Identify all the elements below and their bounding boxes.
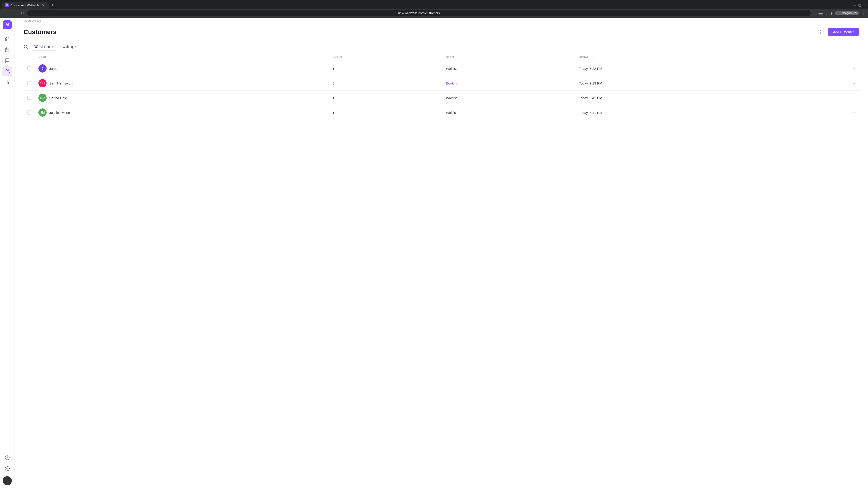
state-cell: Waitlist (442, 61, 575, 76)
avatar: SD (38, 94, 46, 102)
table-row[interactable]: SH Sam Hemsworth 3 Booking Today, 9:13 P… (24, 76, 859, 91)
name-cell: SH Sam Hemsworth (35, 76, 329, 91)
waiting-label: Waiting (63, 45, 73, 48)
customer-name: Sarina Dale (49, 96, 67, 100)
settings-icon (5, 466, 10, 471)
row-actions-button[interactable]: ⋯ (783, 105, 859, 120)
state-value: Waitlist (446, 111, 457, 115)
extensions-icon[interactable]: ▬ (818, 11, 823, 15)
minimize-button[interactable]: ─ (853, 3, 856, 8)
calendar-icon (5, 47, 10, 52)
profile-icon[interactable]: ▮ (831, 11, 833, 15)
sidebar-item-help[interactable] (2, 453, 12, 463)
table-header: NAME VISITS STATE UPDATED ↕ (24, 53, 859, 61)
app-container: M (0, 18, 868, 488)
close-button[interactable]: ✕ (863, 3, 866, 8)
chevron-down-icon: ▼ (51, 45, 54, 48)
state-value: Waitlist (446, 96, 457, 100)
table-container: NAME VISITS STATE UPDATED ↕ (14, 53, 868, 488)
row-checkbox[interactable] (27, 110, 31, 115)
sidebar-item-chat[interactable] (2, 56, 12, 66)
header-actions: ⋮ Add customer (816, 28, 859, 36)
row-checkbox[interactable] (27, 66, 31, 70)
visits-cell: 3 (329, 76, 442, 91)
state-cell: Booking (442, 76, 575, 91)
sidebar-item-calendar[interactable] (2, 45, 12, 55)
all-time-filter[interactable]: 📅 All time ▼ (31, 43, 57, 51)
tab-favicon: M (5, 3, 8, 7)
customer-cell: JM Jessica Moon (38, 108, 325, 117)
forward-button[interactable]: → (11, 10, 17, 16)
avatar: J (38, 64, 46, 72)
updated-cell: Today, 9:13 PM (575, 76, 783, 91)
address-text: new.waitwhile.com/customers (30, 11, 808, 15)
row-checkbox[interactable] (27, 96, 31, 100)
actions-column-header (783, 53, 859, 61)
avatar: SH (38, 79, 46, 87)
svg-line-12 (27, 47, 28, 48)
download-icon[interactable]: ⇓ (825, 11, 828, 15)
customer-name: Sam Hemsworth (49, 81, 74, 85)
row-checkbox-cell (24, 61, 35, 76)
help-icon (5, 455, 10, 460)
new-tab-button[interactable]: + (50, 2, 56, 8)
waiting-filter[interactable]: Waiting ▼ (60, 43, 80, 51)
customer-cell: J James (38, 64, 325, 72)
state-value: Waitlist (446, 67, 457, 70)
search-icon[interactable] (24, 44, 28, 49)
incognito-label: Incognito (2) (842, 11, 857, 15)
sidebar-item-settings[interactable] (2, 464, 12, 474)
state-cell: Waitlist (442, 91, 575, 105)
chevron-down-icon-2: ▼ (74, 45, 77, 48)
bookmark-icon[interactable]: ☆ (813, 11, 816, 15)
sidebar-item-home[interactable] (2, 34, 12, 44)
sidebar-item-analytics[interactable] (2, 77, 12, 87)
more-options-button[interactable]: ⋮ (816, 28, 825, 36)
updated-cell: Today, 8:22 PM (575, 61, 783, 76)
add-customer-button[interactable]: Add customer (828, 28, 859, 36)
address-bar[interactable]: new.waitwhile.com/customers (27, 10, 811, 16)
name-column-header: NAME (35, 53, 329, 61)
nav-icons: ☆ ▬ ⇓ ▮ 🕴 Incognito (2) ⋮ (813, 11, 865, 15)
sidebar-logo[interactable]: M (3, 20, 12, 29)
visits-cell: 1 (329, 91, 442, 105)
analytics-icon (5, 80, 10, 85)
row-actions-button[interactable]: ⋯ (783, 61, 859, 76)
name-cell: SD Sarina Dale (35, 91, 329, 105)
tab-close-button[interactable]: ✕ (41, 3, 45, 7)
customer-name: James (49, 67, 59, 70)
reload-button[interactable]: ↻ (19, 10, 25, 16)
page-title: Customers (24, 29, 57, 36)
back-button[interactable]: ← (3, 10, 9, 16)
home-icon (5, 36, 10, 41)
svg-point-4 (6, 70, 7, 71)
row-actions-button[interactable]: ⋯ (783, 76, 859, 91)
state-value: Booking (446, 81, 458, 85)
customers-table: NAME VISITS STATE UPDATED ↕ (24, 53, 859, 120)
all-time-label: All time (39, 45, 50, 48)
row-checkbox-cell (24, 91, 35, 105)
incognito-icon: 🕴 (837, 11, 841, 15)
customer-name: Jessica Moon (49, 111, 70, 115)
active-tab[interactable]: M Customers | Waitwhile ✕ (2, 2, 49, 8)
main-content: Moodjoy7434 Customers ⋮ Add customer 📅 A… (14, 18, 868, 488)
row-checkbox-cell (24, 76, 35, 91)
table-body: J James 1 Waitlist Today, 8:22 PM ⋯ SH S… (24, 61, 859, 120)
table-row[interactable]: J James 1 Waitlist Today, 8:22 PM ⋯ (24, 61, 859, 76)
row-actions-button[interactable]: ⋯ (783, 91, 859, 105)
user-avatar[interactable] (3, 476, 12, 485)
incognito-badge[interactable]: 🕴 Incognito (2) (835, 11, 859, 15)
updated-cell: Today, 3:41 PM (575, 91, 783, 105)
sidebar-item-customers[interactable] (2, 66, 12, 76)
customer-cell: SH Sam Hemsworth (38, 79, 325, 87)
visits-column-header: VISITS (329, 53, 442, 61)
table-row[interactable]: JM Jessica Moon 1 Waitlist Today, 3:41 P… (24, 105, 859, 120)
table-row[interactable]: SD Sarina Dale 1 Waitlist Today, 3:41 PM… (24, 91, 859, 105)
restore-button[interactable]: ⧉ (858, 3, 861, 8)
calendar-filter-icon: 📅 (34, 44, 38, 49)
svg-point-10 (6, 468, 8, 469)
updated-column-header[interactable]: UPDATED ↕ (575, 53, 783, 61)
menu-icon[interactable]: ⋮ (861, 11, 865, 15)
name-cell: J James (35, 61, 329, 76)
row-checkbox[interactable] (27, 81, 31, 85)
